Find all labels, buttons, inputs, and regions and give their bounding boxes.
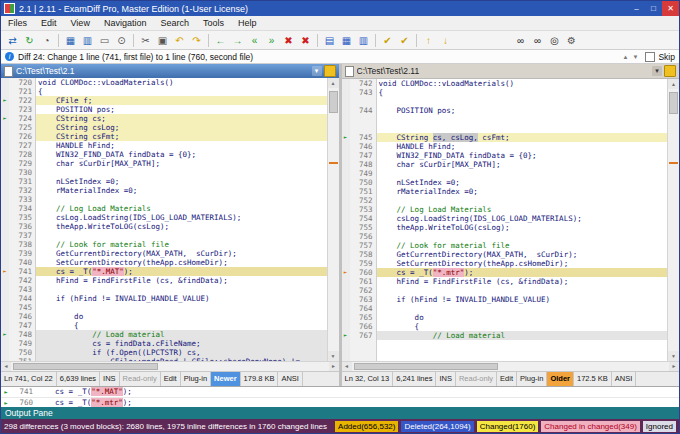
code-line[interactable]: ►741 cs = _T("*.MAT"); (1, 267, 327, 276)
left-horizontal-scrollbar[interactable]: ◄ ► (1, 361, 339, 371)
scroll-track[interactable] (668, 89, 679, 351)
code-line[interactable]: 753 // Log Load Materials (342, 205, 668, 214)
status-ins[interactable]: INS (436, 372, 456, 386)
show-matches-only-icon[interactable]: ▥ (356, 33, 371, 48)
code-line[interactable]: ►722 CFile f; (1, 96, 327, 105)
minimize-button[interactable]: – (628, 1, 645, 16)
code-line[interactable]: 746 HANDLE hFind; (342, 142, 668, 151)
scroll-left-icon[interactable]: ◄ (342, 362, 352, 371)
code-line[interactable]: 743 (1, 285, 327, 294)
menu-view[interactable]: View (64, 16, 97, 30)
scroll-thumb[interactable] (669, 92, 678, 114)
last-difference-icon[interactable]: ↓ (438, 33, 453, 48)
scroll-down-icon[interactable]: ▼ (328, 351, 339, 361)
code-line[interactable]: 756 (342, 232, 668, 241)
undo-icon[interactable]: ↶ (172, 33, 187, 48)
maximize-button[interactable]: □ (645, 1, 662, 16)
pane-menu-icon[interactable]: ▾ (312, 66, 322, 76)
first-difference-icon[interactable]: ↑ (421, 33, 436, 48)
right-horizontal-scrollbar[interactable]: ◄ ► (342, 361, 680, 371)
print-icon[interactable]: ▭ (97, 33, 112, 48)
code-line[interactable]: ►760 cs = _T("*.mtr"); (342, 268, 668, 277)
code-line[interactable]: 765 do (342, 313, 668, 322)
cut-icon[interactable]: ✂ (138, 33, 153, 48)
previous-difference-icon[interactable]: ← (213, 33, 228, 48)
browse-folder-icon[interactable] (664, 65, 676, 77)
code-line[interactable]: 740 SetCurrentDirectory(theApp.csHomeDir… (1, 258, 327, 267)
code-line[interactable]: 752 (342, 196, 668, 205)
save-as-icon[interactable]: ▥ (80, 33, 95, 48)
code-line[interactable]: 757 // Look for material file (342, 241, 668, 250)
next-difference-icon[interactable]: → (230, 33, 245, 48)
code-line[interactable]: 728 WIN32_FIND_DATA findData = {0}; (1, 150, 327, 159)
right-pane-header[interactable]: C:\Test\Test\2.11 ▾ (342, 64, 680, 79)
code-line[interactable]: 764 (342, 304, 668, 313)
scroll-thumb[interactable] (354, 363, 499, 370)
diff-nav-down-icon[interactable]: ▼ (631, 54, 641, 60)
code-line[interactable] (342, 349, 668, 358)
status-edit[interactable]: Edit (161, 372, 181, 386)
code-line[interactable]: 751 rMaterialIndex =0; (342, 187, 668, 196)
ignore-case-icon[interactable]: ✔ (380, 33, 395, 48)
menu-tools[interactable]: Tools (196, 16, 231, 30)
right-pane-lines[interactable]: 742void CLOMDoc::vLoadMaterials()743{744… (342, 79, 668, 361)
menu-search[interactable]: Search (153, 16, 196, 30)
output-pane-header[interactable]: Output Pane (1, 407, 679, 419)
auto-recompare-icon[interactable]: ◔ (39, 33, 54, 48)
scroll-track[interactable] (11, 362, 329, 371)
close-button[interactable]: ✕ (662, 1, 679, 16)
code-line[interactable]: 747 { (1, 321, 327, 330)
scroll-down-icon[interactable]: ▼ (668, 351, 679, 361)
code-line[interactable]: 720void CLOMDoc::vLoadMaterials() (1, 78, 327, 87)
print-preview-icon[interactable]: ⊙ (114, 33, 129, 48)
menu-files[interactable]: Files (1, 16, 34, 30)
code-line[interactable]: 742void CLOMDoc::vLoadMaterials() (342, 79, 668, 88)
code-line[interactable]: 733 (1, 195, 327, 204)
code-line[interactable] (342, 340, 668, 349)
status-ins[interactable]: INS (100, 372, 120, 386)
menu-help[interactable]: Help (231, 16, 264, 30)
code-line[interactable]: ►745 CString cs, csLog, csFmt; (342, 133, 668, 142)
right-vertical-scrollbar[interactable]: ▲ ▼ (667, 79, 679, 361)
left-vertical-scrollbar[interactable]: ▲ ▼ (327, 78, 339, 361)
code-line[interactable]: 763 if (hFind != INVALID_HANDLE_VALUE) (342, 295, 668, 304)
code-line[interactable]: 754 csLog.LoadString(IDS_LOG_LOAD_MATERI… (342, 214, 668, 223)
code-line[interactable] (342, 97, 668, 106)
code-line[interactable]: 749 cs = findData.cFileName; (1, 339, 327, 348)
delete-block-left-icon[interactable]: ✖ (281, 33, 296, 48)
code-line[interactable]: 744 POSITION pos; (342, 106, 668, 115)
code-line[interactable] (342, 115, 668, 124)
left-pane-lines[interactable]: 720void CLOMDoc::vLoadMaterials()721{►72… (1, 78, 327, 361)
scroll-up-icon[interactable]: ▲ (668, 79, 679, 89)
browse-folder-icon[interactable] (324, 65, 336, 77)
diff-nav-up-icon[interactable]: ▲ (621, 54, 631, 60)
code-line[interactable]: 759 SetCurrentDirectory(theApp.csHomeDir… (342, 259, 668, 268)
code-line[interactable]: 744 if (hFind != INVALID_HANDLE_VALUE) (1, 294, 327, 303)
code-line[interactable]: 723 POSITION pos; (1, 105, 327, 114)
code-line[interactable]: 742 hFind = FindFirstFile (cs, &findData… (1, 276, 327, 285)
code-line[interactable] (342, 124, 668, 133)
pane-menu-icon[interactable]: ▾ (652, 66, 662, 76)
code-line[interactable]: 743{ (342, 88, 668, 97)
code-line[interactable]: 749 (342, 169, 668, 178)
find-next-icon[interactable]: ∞ (530, 33, 545, 48)
code-line[interactable]: 729 char sCurDir[MAX_PATH]; (1, 159, 327, 168)
menu-navigation[interactable]: Navigation (97, 16, 154, 30)
code-line[interactable]: 747 WIN32_FIND_DATA findData = {0}; (342, 151, 668, 160)
code-line[interactable]: 745 (1, 303, 327, 312)
ignore-whitespace-icon[interactable]: ✔ (397, 33, 412, 48)
compare-files-icon[interactable]: ⇄ (5, 33, 20, 48)
save-icon[interactable]: ▦ (63, 33, 78, 48)
skip-checkbox[interactable] (645, 52, 655, 62)
scroll-left-icon[interactable]: ◄ (1, 362, 11, 371)
left-pane-header[interactable]: C:\Test\Test\2.1 ▾ (1, 64, 339, 78)
code-line[interactable]: ►767 // Load material (342, 331, 668, 340)
status-plug-in[interactable]: Plug-in (517, 372, 547, 386)
code-line[interactable]: 738 // Look for material file (1, 240, 327, 249)
code-line[interactable]: ►724 CString cs; (1, 114, 327, 123)
scroll-up-icon[interactable]: ▲ (328, 78, 339, 88)
copy-block-to-right-icon[interactable]: » (264, 33, 279, 48)
scroll-right-icon[interactable]: ► (329, 362, 339, 371)
copy-icon[interactable]: ▣ (155, 33, 170, 48)
code-line[interactable]: 766 { (342, 322, 668, 331)
